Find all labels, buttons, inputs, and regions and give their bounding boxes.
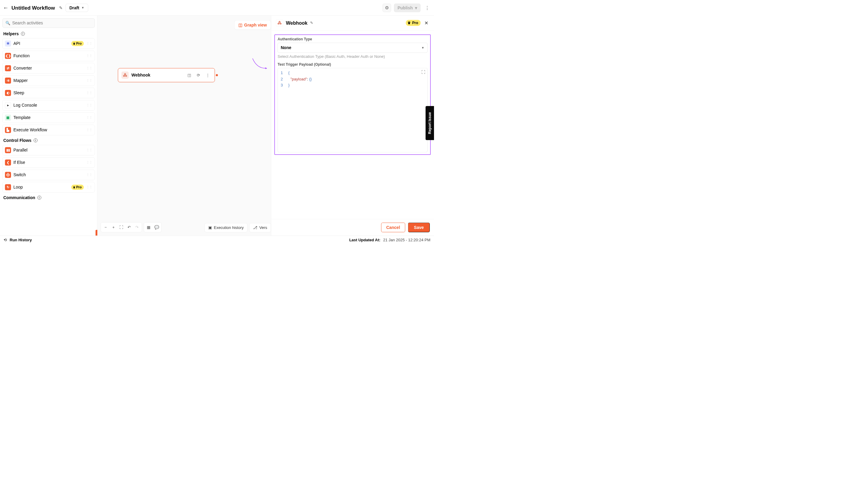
more-menu-icon[interactable]: ⋮ (424, 5, 431, 10)
tutorial-arrow-icon (251, 57, 269, 70)
versions-icon: ⎇ (253, 225, 257, 230)
canvas[interactable]: ◫ Graph view Webhook ◫ ⟳ ⋮ − + ⛶ ↶ ↷ (97, 16, 271, 235)
updated-label: Last Updated At: (349, 238, 381, 242)
chevron-down-icon: ▼ (421, 46, 424, 50)
config-highlight-box: Authentication Type None ▼ Select Authen… (275, 35, 431, 155)
activity-template[interactable]: ▦ Template ⋮⋮ (2, 112, 95, 123)
graph-view-button[interactable]: ◫ Graph view (235, 20, 271, 30)
fullscreen-icon[interactable]: ⛶ (421, 70, 425, 75)
loop-icon: ↻ (5, 184, 11, 190)
parallel-icon: ▮▮ (5, 147, 11, 153)
section-helpers: Helpers i (3, 31, 95, 36)
drag-icon[interactable]: ⋮⋮ (86, 148, 92, 152)
info-icon[interactable]: i (33, 138, 37, 142)
activity-ifelse[interactable]: ❮ If Else ⋮⋮ (2, 157, 95, 168)
zoom-in-button[interactable]: + (110, 224, 117, 231)
webhook-icon (121, 72, 129, 79)
run-history-button[interactable]: Run History (10, 238, 32, 242)
layout-button[interactable]: ▦ (145, 224, 153, 231)
info-icon[interactable]: i (37, 196, 41, 200)
settings-button[interactable]: ⚙ (382, 4, 391, 12)
drag-icon[interactable]: ⋮⋮ (86, 41, 92, 45)
auth-hint: Select Authentication Type (Basic Auth, … (278, 54, 428, 59)
history-icon: ▣ (208, 225, 212, 230)
activity-api[interactable]: ✻ API ♛Pro ⋮⋮ (2, 38, 95, 49)
payload-editor[interactable]: 1{ 2 "payload": {} 3} ⛶ (278, 68, 428, 153)
sleep-icon: ◐ (5, 90, 11, 96)
svg-point-0 (123, 75, 124, 76)
drag-icon[interactable]: ⋮⋮ (86, 66, 92, 70)
node-menu-icon[interactable]: ⋮ (204, 73, 211, 78)
publish-label: Publish (398, 5, 413, 10)
function-icon: ❮❯ (5, 53, 11, 59)
activity-switch[interactable]: ⏻ Switch ⋮⋮ (2, 170, 95, 180)
graph-icon: ◫ (239, 23, 242, 28)
publish-button[interactable]: Publish ▾ (394, 4, 421, 12)
line-number: 1 (280, 70, 283, 76)
topbar: ← Untitled Workflow ✎ Draft ▼ ⚙ Publish … (0, 0, 434, 16)
pro-badge: ♛Pro (71, 41, 84, 46)
search-field[interactable] (12, 21, 92, 26)
comment-button[interactable]: 💬 (153, 224, 160, 231)
node-label: Webhook (131, 73, 183, 78)
drag-icon[interactable]: ⋮⋮ (86, 185, 92, 189)
redo-button[interactable]: ↷ (133, 224, 141, 231)
back-arrow-icon[interactable]: ← (3, 4, 8, 11)
search-input[interactable]: 🔍 (2, 19, 95, 28)
svg-point-1 (126, 75, 127, 76)
drag-icon[interactable]: ⋮⋮ (86, 103, 92, 107)
activity-loop[interactable]: ↻ Loop ♛Pro ⋮⋮ (2, 182, 95, 193)
drag-icon[interactable]: ⋮⋮ (86, 54, 92, 58)
activity-execute[interactable]: ▙ Execute Workflow ⋮⋮ (2, 125, 95, 135)
auth-type-select[interactable]: None ▼ (278, 43, 428, 53)
section-comm: Communication i (3, 195, 95, 200)
section-control: Control Flows i (3, 138, 95, 143)
fit-button[interactable]: ⛶ (118, 224, 125, 231)
main: 🔍 Helpers i ✻ API ♛Pro ⋮⋮ ❮❯ Function ⋮⋮… (0, 16, 434, 235)
connector-dot-icon[interactable] (216, 74, 218, 76)
log-icon: ▸ (5, 102, 11, 108)
pro-badge: ♛ Pro (406, 20, 421, 26)
refresh-icon[interactable]: ⟳ (195, 73, 202, 78)
zoom-out-button[interactable]: − (102, 224, 110, 231)
versions-button[interactable]: ⎇ Vers (249, 223, 271, 233)
drag-icon[interactable]: ⋮⋮ (86, 116, 92, 120)
cancel-button[interactable]: Cancel (381, 223, 405, 232)
activity-sleep[interactable]: ◐ Sleep ⋮⋮ (2, 88, 95, 98)
activity-converter[interactable]: ⇄ Converter ⋮⋮ (2, 63, 95, 73)
search-icon: 🔍 (5, 21, 10, 26)
execution-history-button[interactable]: ▣ Execution history (204, 223, 247, 233)
drag-icon[interactable]: ⋮⋮ (86, 78, 92, 83)
undo-button[interactable]: ↶ (126, 224, 133, 231)
sidebar: 🔍 Helpers i ✻ API ♛Pro ⋮⋮ ❮❯ Function ⋮⋮… (0, 16, 97, 235)
workflow-title: Untitled Workflow (11, 5, 55, 11)
template-icon: ▦ (5, 115, 11, 121)
drag-icon[interactable]: ⋮⋮ (86, 173, 92, 177)
line-number: 3 (280, 82, 283, 89)
edit-panel-icon[interactable]: ✎ (310, 21, 313, 25)
crown-icon: ♛ (407, 21, 411, 25)
api-icon: ✻ (5, 41, 11, 47)
drag-icon[interactable]: ⋮⋮ (86, 91, 92, 95)
panel-body: Authentication Type None ▼ Select Authen… (271, 30, 434, 219)
edit-title-icon[interactable]: ✎ (59, 5, 63, 10)
activity-parallel[interactable]: ▮▮ Parallel ⋮⋮ (2, 145, 95, 156)
save-button[interactable]: Save (408, 223, 430, 232)
report-issue-button[interactable]: Report Issue (426, 106, 434, 140)
canvas-right-tools: ▣ Execution history ⎇ Vers (204, 223, 271, 233)
ifelse-icon: ❮ (5, 160, 11, 166)
drag-icon[interactable]: ⋮⋮ (86, 128, 92, 132)
collapse-sidebar-button[interactable]: ‹ (96, 230, 98, 235)
close-panel-button[interactable]: ✕ (424, 20, 430, 26)
info-icon[interactable]: i (21, 32, 25, 36)
panel-header: Webhook ✎ ♛ Pro ✕ (271, 16, 434, 30)
webhook-node[interactable]: Webhook ◫ ⟳ ⋮ (118, 68, 215, 82)
activity-function[interactable]: ❮❯ Function ⋮⋮ (2, 51, 95, 61)
panel-icon[interactable]: ◫ (186, 73, 193, 78)
config-panel: Webhook ✎ ♛ Pro ✕ Authentication Type No… (271, 16, 434, 235)
status-dropdown[interactable]: Draft ▼ (66, 4, 88, 12)
gear-icon: ⚙ (385, 5, 389, 10)
activity-mapper[interactable]: ⇉ Mapper ⋮⋮ (2, 75, 95, 86)
drag-icon[interactable]: ⋮⋮ (86, 161, 92, 164)
activity-log[interactable]: ▸ Log Console ⋮⋮ (2, 100, 95, 110)
